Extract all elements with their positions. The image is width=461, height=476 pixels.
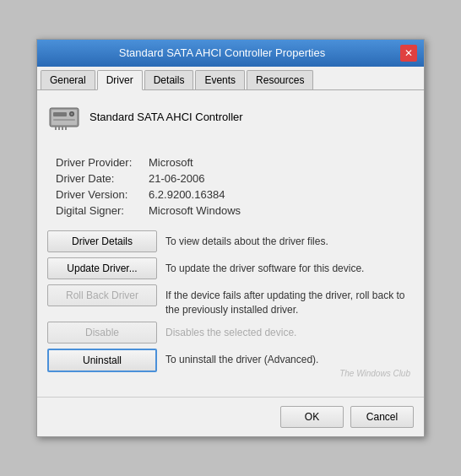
disable-button[interactable]: Disable <box>47 322 157 343</box>
info-label-date: Driver Date: <box>56 172 149 185</box>
driver-details-row: Driver Details To view details about the… <box>47 230 414 252</box>
disable-row: Disable Disables the selected device. <box>47 322 414 343</box>
info-value-version: 6.2.9200.16384 <box>149 188 225 201</box>
info-row-provider: Driver Provider: Microsoft <box>56 156 414 169</box>
cancel-button[interactable]: Cancel <box>350 406 414 428</box>
update-driver-row: Update Driver... To update the driver so… <box>47 257 414 279</box>
properties-window: Standard SATA AHCI Controller Properties… <box>36 39 425 438</box>
action-buttons: Driver Details To view details about the… <box>47 230 414 373</box>
close-button[interactable]: ✕ <box>400 45 417 62</box>
info-value-date: 21-06-2006 <box>149 172 205 185</box>
info-row-version: Driver Version: 6.2.9200.16384 <box>56 188 414 201</box>
info-value-signer: Microsoft Windows <box>149 204 241 217</box>
device-header: Standard SATA AHCI Controller <box>47 100 414 143</box>
window-title: Standard SATA AHCI Controller Properties <box>44 46 400 59</box>
info-label-signer: Digital Signer: <box>56 204 149 217</box>
update-driver-button[interactable]: Update Driver... <box>47 257 157 279</box>
tab-details[interactable]: Details <box>144 70 194 89</box>
info-label-version: Driver Version: <box>56 188 149 201</box>
tab-events[interactable]: Events <box>195 70 245 89</box>
svg-rect-2 <box>53 112 67 116</box>
tab-bar: General Driver Details Events Resources <box>37 67 424 90</box>
rollback-driver-button[interactable]: Roll Back Driver <box>47 284 157 306</box>
info-row-signer: Digital Signer: Microsoft Windows <box>56 204 414 217</box>
watermark: The Windows Club <box>47 369 414 378</box>
update-driver-desc: To update the driver software for this d… <box>165 257 414 276</box>
tab-driver[interactable]: Driver <box>97 70 143 90</box>
info-label-provider: Driver Provider: <box>56 156 149 169</box>
svg-rect-6 <box>55 127 57 130</box>
device-icon <box>47 100 81 134</box>
uninstall-desc: To uninstall the driver (Advanced). <box>165 349 414 367</box>
driver-info-table: Driver Provider: Microsoft Driver Date: … <box>56 156 414 217</box>
device-name: Standard SATA AHCI Controller <box>89 111 243 123</box>
title-bar: Standard SATA AHCI Controller Properties… <box>37 40 424 67</box>
info-row-date: Driver Date: 21-06-2006 <box>56 172 414 185</box>
dialog-footer: OK Cancel <box>37 397 424 436</box>
svg-rect-9 <box>65 127 67 130</box>
info-value-provider: Microsoft <box>149 156 193 169</box>
tab-content: Standard SATA AHCI Controller Driver Pro… <box>37 90 424 389</box>
rollback-driver-desc: If the device fails after updating the d… <box>165 284 414 317</box>
svg-point-4 <box>71 112 73 115</box>
rollback-driver-row: Roll Back Driver If the device fails aft… <box>47 284 414 317</box>
svg-rect-8 <box>62 127 63 130</box>
disable-desc: Disables the selected device. <box>165 322 414 340</box>
svg-rect-7 <box>58 127 60 130</box>
tab-general[interactable]: General <box>41 70 95 89</box>
tab-resources[interactable]: Resources <box>247 70 313 89</box>
ok-button[interactable]: OK <box>280 406 344 428</box>
driver-details-desc: To view details about the driver files. <box>165 230 414 249</box>
driver-details-button[interactable]: Driver Details <box>47 230 157 252</box>
svg-rect-5 <box>53 119 75 121</box>
